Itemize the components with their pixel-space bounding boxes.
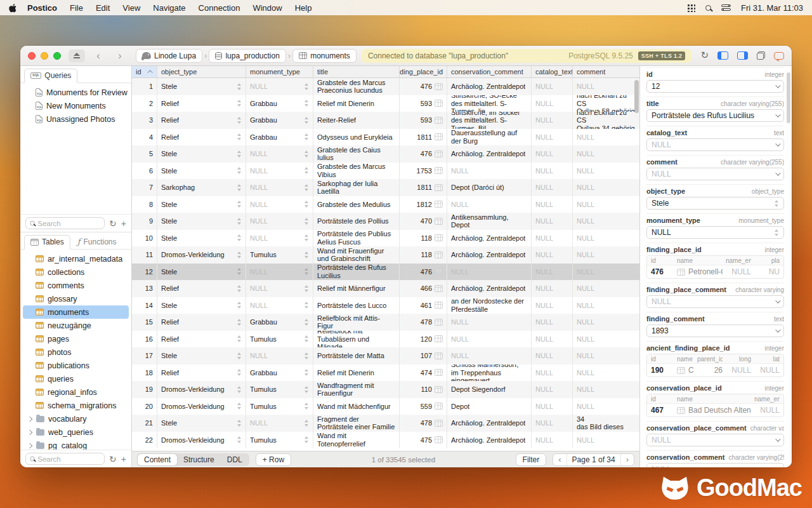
cell-comment[interactable]: NULL	[573, 179, 639, 196]
foreign-key-table-icon[interactable]	[677, 269, 685, 276]
cell-conservation-comment[interactable]: NULL	[447, 347, 532, 364]
stepper-icon[interactable]	[237, 150, 242, 158]
cell-title[interactable]: Grabstele des Marcus Vibius	[313, 163, 400, 180]
stepper-icon[interactable]	[775, 229, 779, 237]
table-row[interactable]: 4 Relief Grabbau Odysseus und Eurykleia …	[132, 129, 639, 146]
tab-tables[interactable]: Tables	[24, 235, 70, 250]
cell-title[interactable]: Grabstele des Medulius	[313, 196, 400, 213]
cell-title[interactable]: Porträtstele des Rufus Lucilius	[313, 264, 400, 281]
cell-object-type[interactable]: Stele	[157, 213, 246, 230]
table-list-item[interactable]: schema_migrations	[23, 399, 129, 412]
menu-item[interactable]: Postico	[21, 3, 63, 13]
cell-title[interactable]: Wandfragment mit Frauenfigur	[313, 381, 400, 398]
cell-finding-place-id[interactable]: 1811	[400, 129, 447, 146]
table-list-item[interactable]: publications	[23, 359, 129, 372]
cell-conservation-comment[interactable]: Depot (Daróci út)	[447, 179, 532, 196]
cell-comment[interactable]: NULL	[573, 280, 639, 297]
cell-conservation-comment[interactable]: Schloss Mannersdorf, im Treppenhaus eing…	[447, 364, 532, 382]
field-input[interactable]: Porträtstele des Rufus Lucilius	[646, 109, 784, 122]
chevron-down-icon[interactable]	[775, 112, 780, 117]
cell-id[interactable]: 9	[132, 213, 157, 230]
refresh-queries-icon[interactable]: ↻	[109, 219, 117, 228]
cell-catalog-text[interactable]: NULL	[532, 129, 573, 146]
stepper-icon[interactable]	[775, 199, 779, 208]
stepper-icon[interactable]	[304, 234, 309, 242]
cell-object-type[interactable]: Relief	[157, 314, 246, 331]
table-row[interactable]: 10 Stele NULL Porträtstele des Publius A…	[132, 230, 639, 247]
tables-search-input[interactable]	[37, 455, 100, 463]
stepper-icon[interactable]	[304, 368, 309, 377]
cell-comment[interactable]: NULL	[573, 347, 639, 364]
stepper-icon[interactable]	[237, 83, 242, 91]
cell-monument-type[interactable]: Tumulus	[246, 246, 313, 264]
refresh-icon[interactable]: ↻	[700, 51, 709, 60]
cell-conservation-comment[interactable]: Archäolog. Zentraldepot	[447, 246, 532, 264]
cell-id[interactable]: 18	[132, 364, 157, 382]
cell-conservation-comment[interactable]: Archäolog. Zentraldepot	[447, 78, 532, 95]
cell-catalog-text[interactable]: NULL	[532, 432, 573, 449]
table-row[interactable]: 5 Stele NULL Grabstele des Caius Iulius …	[132, 145, 639, 163]
chevron-down-icon[interactable]	[775, 83, 780, 88]
cell-id[interactable]: 4	[132, 129, 157, 146]
cell-monument-type[interactable]: Tumulus	[246, 331, 313, 348]
stepper-icon[interactable]	[304, 419, 309, 427]
cell-object-type[interactable]: Dromos-Verkleidung	[157, 432, 246, 449]
grid-scrollbar[interactable]	[634, 80, 639, 113]
foreign-row-preview[interactable]: idnamename_enpla 476Petronell-CarnuntumN…	[646, 255, 784, 279]
duplicate-window-icon[interactable]	[757, 51, 765, 60]
stepper-icon[interactable]	[237, 318, 242, 326]
query-list-item[interactable]: Monuments for Review	[23, 86, 129, 99]
filter-button[interactable]: Filter	[516, 453, 547, 466]
cell-finding-place-id[interactable]: 474	[400, 364, 447, 382]
cell-finding-place-id[interactable]: 466	[400, 280, 447, 297]
foreign-row-preview[interactable]: idnamename_en 467Bad Deutsch AltenburgNU…	[646, 394, 784, 417]
tab-functions[interactable]: ƒ Functions	[72, 235, 122, 249]
table-list-item[interactable]: photos	[23, 345, 129, 359]
cell-comment[interactable]: NULL	[573, 163, 639, 180]
next-page-button[interactable]: ›	[621, 454, 634, 465]
cell-monument-type[interactable]: NULL	[246, 78, 313, 95]
cell-id[interactable]: 7	[132, 179, 157, 196]
breadcrumb-item[interactable]: monuments	[292, 49, 357, 63]
cell-comment[interactable]: NULL	[573, 331, 639, 348]
cell-title[interactable]: Grabstele des Caius Iulius	[313, 145, 400, 163]
control-center-icon[interactable]	[721, 4, 731, 11]
cell-conservation-comment[interactable]: Archäolog. Zentraldepot	[447, 280, 532, 297]
foreign-key-table-icon[interactable]	[435, 100, 443, 107]
foreign-key-table-icon[interactable]	[435, 234, 443, 241]
column-header-monument_type[interactable]: monument_type	[246, 66, 313, 77]
cell-comment[interactable]: NULL	[573, 246, 639, 264]
cell-catalog-text[interactable]: NULL	[532, 230, 573, 247]
feedback-icon[interactable]	[774, 52, 784, 60]
cell-monument-type[interactable]: NULL	[246, 415, 313, 432]
cell-monument-type[interactable]: NULL	[246, 347, 313, 364]
foreign-key-table-icon[interactable]	[435, 117, 443, 124]
chevron-down-icon[interactable]	[775, 327, 780, 332]
foreign-key-table-icon[interactable]	[435, 83, 443, 90]
view-tab-content[interactable]: Content	[138, 454, 177, 465]
cell-object-type[interactable]: Stele	[157, 163, 246, 180]
table-row[interactable]: 6 Stele NULL Grabstele des Marcus Vibius…	[132, 163, 639, 180]
field-input[interactable]: NULL	[646, 463, 784, 467]
cell-comment[interactable]: NULL	[573, 230, 639, 247]
cell-catalog-text[interactable]: NULL	[532, 78, 573, 95]
queries-search-input[interactable]	[37, 220, 100, 227]
cell-finding-place-id[interactable]: 461	[400, 297, 447, 314]
foreign-key-table-icon[interactable]	[677, 407, 685, 414]
cell-comment[interactable]: CSIR Carnuntum 34 das Bild dieses Fra	[573, 415, 639, 432]
cell-finding-place-id[interactable]: 470	[400, 213, 447, 230]
cell-object-type[interactable]: Relief	[157, 331, 246, 348]
stepper-icon[interactable]	[304, 284, 309, 293]
field-input[interactable]: NULL	[646, 295, 784, 308]
cell-catalog-text[interactable]: NULL	[532, 264, 573, 281]
stepper-icon[interactable]	[304, 436, 309, 444]
stepper-icon[interactable]	[304, 267, 309, 276]
cell-finding-place-id[interactable]: 475	[400, 432, 447, 449]
table-list-item[interactable]: neuzugänge	[23, 319, 129, 332]
cell-comment[interactable]: NULL	[573, 129, 639, 146]
cell-title[interactable]: Relief mit Männerfigur	[313, 280, 400, 297]
cell-object-type[interactable]: Stele	[157, 264, 246, 281]
schema-folder-item[interactable]: pg_catalog	[23, 439, 129, 450]
cell-catalog-text[interactable]: NULL	[532, 331, 573, 348]
cell-conservation-comment[interactable]: Dauerausstellung auf der Burg	[447, 129, 532, 146]
